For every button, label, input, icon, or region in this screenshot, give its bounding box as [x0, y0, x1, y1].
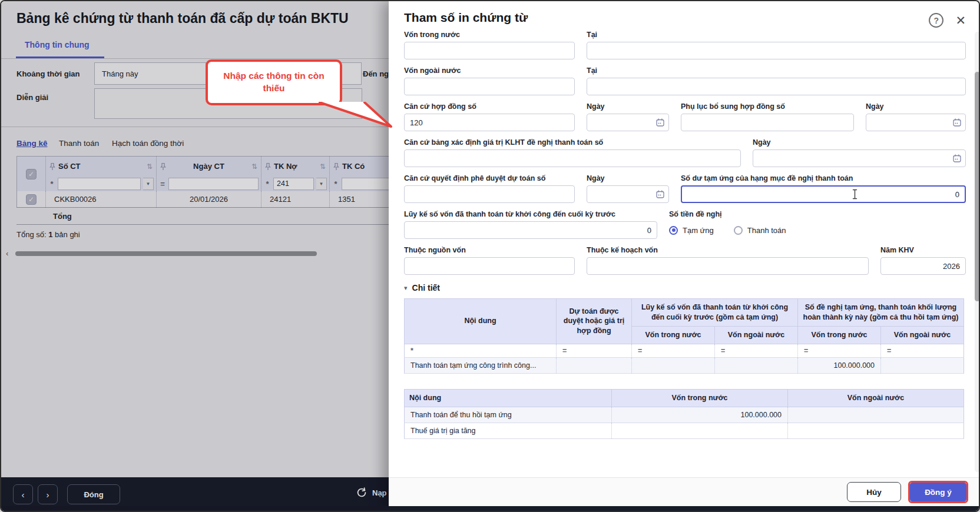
field-label: Thuộc nguồn vốn	[404, 246, 575, 254]
cell-noi-dung: Thanh toán tạm ứng công trình công...	[405, 357, 557, 373]
th-noi-dung: Nội dung	[405, 389, 612, 407]
cell-label: Thanh toán để thu hồi tạm ứng	[405, 407, 612, 423]
field-label: Ngày	[866, 102, 966, 111]
von-ngoai-nuoc-input[interactable]	[404, 78, 575, 95]
cancel-button[interactable]: Hủy	[847, 482, 901, 502]
field-so-tien-de-nghi: Số tiền đề nghị Tạm ứng Thanh toán	[669, 210, 966, 239]
annotation-callout-tail	[316, 102, 394, 130]
table-row[interactable]: Thanh toán để thu hồi tạm ứng 100.000.00…	[405, 407, 964, 423]
field-label: Lũy kế số vốn đã thanh toán từ khởi công…	[404, 210, 657, 218]
field-so-du-tam-ung: Số dư tạm ứng của hạng mục đề nghị thanh…	[681, 174, 966, 203]
field-luy-ke: Lũy kế số vốn đã thanh toán từ khởi công…	[404, 210, 657, 239]
dialog-title: Tham số in chứng từ	[404, 11, 966, 25]
field-label: Tại	[587, 31, 966, 39]
annotation-callout: Nhập các thông tin còn thiếu	[206, 59, 342, 105]
so-du-tam-ung-input[interactable]	[681, 185, 966, 203]
luy-ke-input[interactable]	[404, 221, 657, 239]
can-cu-hop-dong-input[interactable]	[404, 114, 575, 131]
filter-operator[interactable]: *	[405, 344, 557, 357]
tai-1-input[interactable]	[587, 42, 966, 59]
field-label: Thuộc kế hoạch vốn	[587, 246, 869, 254]
radio-label: Thanh toán	[747, 226, 786, 235]
calendar-icon[interactable]	[952, 154, 962, 163]
cell-von-trong-nuoc: 100.000.000	[612, 407, 788, 423]
radio-selected-icon	[669, 226, 678, 235]
calendar-icon[interactable]	[655, 118, 665, 127]
field-ngay-4: Ngày	[587, 174, 669, 203]
help-glyph: ?	[934, 16, 939, 25]
field-von-ngoai-nuoc: Vốn ngoài nước	[404, 67, 575, 95]
field-can-cu-hop-dong: Căn cứ hợp đồng số	[404, 102, 575, 131]
detail-section-header[interactable]: ▾ Chi tiết	[404, 283, 966, 292]
field-label: Ngày	[587, 102, 669, 111]
cell-du-toan	[557, 357, 632, 373]
von-trong-nuoc-input[interactable]	[404, 42, 575, 59]
can-cu-bang-input[interactable]	[404, 149, 741, 167]
ok-button[interactable]: Đồng ý	[910, 483, 966, 501]
radio-tam-ung[interactable]: Tạm ứng	[669, 226, 714, 235]
field-label: Căn cứ hợp đồng số	[404, 102, 575, 111]
th-von-ngoai-nuoc: Vốn ngoài nước	[788, 389, 964, 407]
table-row[interactable]: Thanh toán tạm ứng công trình công... 10…	[405, 357, 964, 373]
recovery-table: Nội dung Vốn trong nước Vốn ngoài nước T…	[404, 389, 964, 439]
annotation-highlight-box: Đồng ý	[908, 481, 968, 503]
filter-operator[interactable]: =	[715, 344, 798, 357]
app-window: Bảng kê chứng từ thanh toán đã cấp dự to…	[0, 0, 980, 512]
collapse-caret-icon: ▾	[404, 284, 408, 292]
nam-khv-input[interactable]	[880, 257, 966, 275]
field-label: Phụ lục bổ sung hợp đồng số	[681, 102, 854, 111]
th-noi-dung: Nội dung	[405, 299, 557, 344]
th-von-trong-nuoc: Vốn trong nước	[612, 389, 788, 407]
field-label: Năm KHV	[880, 246, 966, 254]
th-group-so-de-nghi: Số đề nghị tạm ứng, thanh toán khối lượn…	[798, 299, 964, 327]
field-label: Căn cứ quyết định phê duyệt dự toán số	[404, 174, 575, 182]
filter-operator[interactable]: =	[632, 344, 715, 357]
ngay-2-input[interactable]	[866, 114, 966, 131]
detail-filter-row: * = = = = =	[405, 344, 964, 357]
text-cursor-icon	[852, 189, 858, 200]
dialog-header: Tham số in chứng từ ? ✕	[389, 1, 980, 28]
close-icon[interactable]: ✕	[955, 14, 966, 26]
field-phu-luc: Phụ lục bổ sung hợp đồng số	[681, 102, 854, 131]
dialog-footer: Hủy Đồng ý	[389, 477, 980, 506]
cell-luy-ke-ngoai	[715, 357, 798, 373]
cell-von-ngoai-nuoc	[788, 407, 964, 423]
dialog-scrollbar-thumb[interactable]	[975, 72, 980, 301]
can-cu-quyet-dinh-input[interactable]	[404, 185, 575, 203]
calendar-icon[interactable]	[952, 118, 962, 127]
filter-operator[interactable]: =	[557, 344, 632, 357]
cell-label: Thuế giá trị gia tăng	[405, 423, 612, 438]
field-tai-1: Tại	[587, 31, 966, 59]
radio-label: Tạm ứng	[683, 226, 714, 235]
field-can-cu-quyet-dinh: Căn cứ quyết định phê duyệt dự toán số	[404, 174, 575, 203]
dialog-scrollbar-track[interactable]	[975, 32, 980, 472]
field-label: Số dư tạm ứng của hạng mục đề nghị thanh…	[681, 174, 966, 182]
radio-thanh-toan[interactable]: Thanh toán	[734, 226, 786, 235]
th-von-ngoai-nuoc: Vốn ngoài nước	[881, 326, 964, 344]
field-label: Căn cứ bảng xác định giá trị KLHT đề ngh…	[404, 138, 741, 147]
th-von-trong-nuoc: Vốn trong nước	[632, 326, 715, 344]
ngay-3-input[interactable]	[753, 149, 966, 167]
help-icon[interactable]: ?	[929, 13, 943, 28]
cell-von-ngoai-nuoc	[788, 423, 964, 438]
tai-2-input[interactable]	[587, 78, 966, 95]
annotation-text: Nhập các thông tin còn thiếu	[221, 70, 327, 95]
detail-table: Nội dung Dự toán được duyệt hoặc giá trị…	[404, 298, 964, 374]
field-ngay-2: Ngày	[866, 102, 966, 131]
calendar-icon[interactable]	[655, 189, 665, 199]
th-du-toan: Dự toán được duyệt hoặc giá trị hợp đồng	[557, 299, 632, 344]
filter-operator[interactable]: =	[881, 344, 964, 357]
field-nam-khv: Năm KHV	[880, 246, 966, 275]
field-ngay-1: Ngày	[587, 102, 669, 131]
th-von-ngoai-nuoc: Vốn ngoài nước	[715, 326, 798, 344]
thuoc-nguon-von-input[interactable]	[404, 257, 575, 275]
cell-von-trong-nuoc	[612, 423, 788, 438]
table-row[interactable]: Thuế giá trị gia tăng	[405, 423, 964, 438]
field-von-trong-nuoc: Vốn trong nước	[404, 31, 575, 59]
thuoc-ke-hoach-von-input[interactable]	[587, 257, 869, 275]
dialog-body: Vốn trong nước Tại Vốn ngoài nước Tại	[389, 28, 980, 439]
detail-section-title: Chi tiết	[412, 283, 440, 292]
filter-operator[interactable]: =	[798, 344, 881, 357]
print-parameters-dialog: Tham số in chứng từ ? ✕ Vốn trong nước T…	[389, 1, 980, 506]
phu-luc-input[interactable]	[681, 114, 854, 131]
